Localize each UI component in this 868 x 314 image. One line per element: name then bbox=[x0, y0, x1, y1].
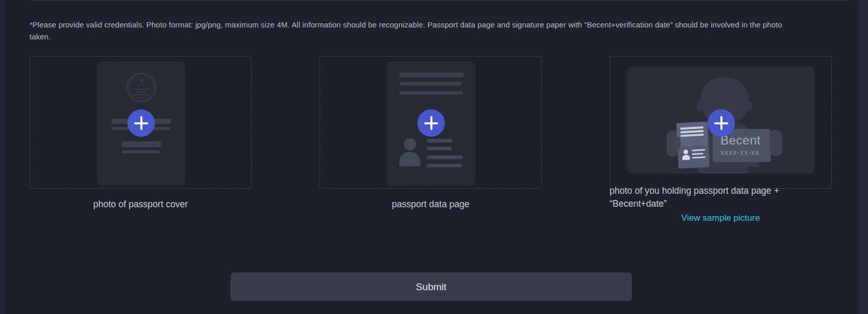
portrait-silhouette-icon bbox=[404, 138, 416, 150]
add-photo-button[interactable] bbox=[127, 109, 155, 137]
datapage-text-line bbox=[399, 73, 464, 77]
cover-text-line bbox=[122, 150, 160, 153]
datapage-text-line bbox=[427, 164, 462, 167]
view-sample-link[interactable]: View sample picture bbox=[610, 213, 832, 223]
datapage-text-line bbox=[427, 155, 463, 159]
upload-box-holding-photo[interactable]: Becent xxxx-xx-xx bbox=[610, 56, 832, 189]
upload-box-passport-cover[interactable] bbox=[30, 56, 252, 189]
portrait-silhouette-icon bbox=[399, 152, 421, 166]
sign-title: Becent bbox=[720, 134, 771, 147]
credentials-notice: *Please provide valid credentials. Photo… bbox=[30, 19, 819, 43]
cover-box-label: photo of passport cover bbox=[30, 199, 252, 210]
hand-icon bbox=[770, 130, 782, 156]
left-edge-strip bbox=[0, 0, 5, 314]
add-photo-button[interactable] bbox=[707, 109, 735, 137]
upload-box-data-page[interactable] bbox=[320, 56, 542, 189]
held-passport-card bbox=[676, 121, 710, 168]
cover-text-line bbox=[122, 141, 161, 147]
right-edge-strip bbox=[858, 0, 868, 314]
submit-button[interactable]: Submit bbox=[230, 273, 632, 301]
datapage-text-line bbox=[427, 139, 453, 142]
datapage-text-line bbox=[399, 82, 461, 85]
holding-box-label: photo of you holding passport data page … bbox=[610, 184, 817, 210]
mini-portrait-icon bbox=[682, 154, 690, 160]
data-page-box-label: passport data page bbox=[320, 199, 542, 210]
datapage-text-line bbox=[399, 91, 463, 95]
thumb-icon bbox=[674, 137, 681, 149]
verification-upload-page: *Please provide valid credentials. Photo… bbox=[0, 0, 868, 314]
sign-date: xxxx-xx-xx bbox=[720, 148, 771, 157]
top-divider bbox=[31, 0, 849, 1]
national-emblem-icon bbox=[125, 71, 158, 104]
add-photo-button[interactable] bbox=[417, 109, 445, 137]
datapage-text-line bbox=[427, 147, 452, 150]
